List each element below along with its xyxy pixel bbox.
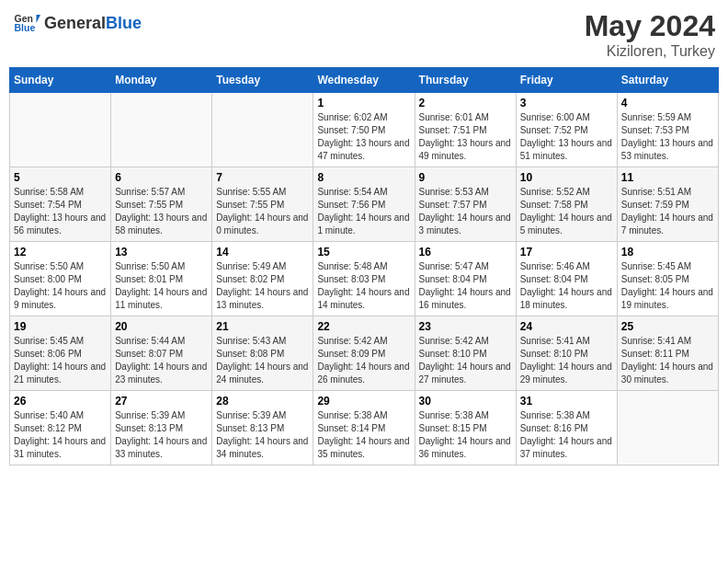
calendar-location: Kiziloren, Turkey <box>585 43 715 60</box>
day-number: 5 <box>14 171 107 184</box>
day-info: Sunrise: 5:47 AMSunset: 8:04 PMDaylight:… <box>419 260 512 312</box>
calendar-day-cell: 9Sunrise: 5:53 AMSunset: 7:57 PMDaylight… <box>415 167 516 242</box>
day-number: 31 <box>520 395 613 408</box>
day-info: Sunrise: 5:53 AMSunset: 7:57 PMDaylight:… <box>419 186 512 237</box>
calendar-day-cell <box>617 391 718 465</box>
day-info: Sunrise: 5:38 AMSunset: 8:16 PMDaylight:… <box>520 409 613 461</box>
calendar-day-cell: 16Sunrise: 5:47 AMSunset: 8:04 PMDayligh… <box>415 242 516 316</box>
calendar-day-cell <box>212 93 313 167</box>
day-number: 3 <box>520 97 613 109</box>
day-info: Sunrise: 5:41 AMSunset: 8:11 PMDaylight:… <box>621 335 714 386</box>
day-info: Sunrise: 5:50 AMSunset: 8:00 PMDaylight:… <box>14 260 107 312</box>
day-number: 8 <box>317 171 410 184</box>
day-info: Sunrise: 5:38 AMSunset: 8:15 PMDaylight:… <box>419 409 512 461</box>
weekday-header-wednesday: Wednesday <box>313 68 415 93</box>
page-header: Gen Blue GeneralBlue May 2024 Kiziloren,… <box>9 9 719 60</box>
day-info: Sunrise: 5:46 AMSunset: 8:04 PMDaylight:… <box>520 260 613 312</box>
day-info: Sunrise: 5:59 AMSunset: 7:53 PMDaylight:… <box>621 111 714 163</box>
weekday-header-thursday: Thursday <box>415 68 516 93</box>
calendar-day-cell: 12Sunrise: 5:50 AMSunset: 8:00 PMDayligh… <box>10 242 111 316</box>
calendar-day-cell: 28Sunrise: 5:39 AMSunset: 8:13 PMDayligh… <box>212 391 313 465</box>
day-number: 26 <box>14 395 107 408</box>
day-number: 21 <box>216 320 309 333</box>
calendar-day-cell <box>10 93 111 167</box>
day-number: 12 <box>14 246 107 259</box>
day-number: 25 <box>621 320 714 333</box>
calendar-day-cell: 23Sunrise: 5:42 AMSunset: 8:10 PMDayligh… <box>415 316 516 391</box>
logo-general: General <box>44 14 106 32</box>
day-info: Sunrise: 5:51 AMSunset: 7:59 PMDaylight:… <box>621 186 714 237</box>
calendar-day-cell: 17Sunrise: 5:46 AMSunset: 8:04 PMDayligh… <box>516 242 617 316</box>
calendar-day-cell: 6Sunrise: 5:57 AMSunset: 7:55 PMDaylight… <box>111 167 212 242</box>
logo-blue: Blue <box>106 14 142 32</box>
title-block: May 2024 Kiziloren, Turkey <box>585 9 715 60</box>
day-number: 24 <box>520 320 613 333</box>
day-info: Sunrise: 5:54 AMSunset: 7:56 PMDaylight:… <box>317 186 410 237</box>
calendar-day-cell: 19Sunrise: 5:45 AMSunset: 8:06 PMDayligh… <box>10 316 111 391</box>
calendar-day-cell: 21Sunrise: 5:43 AMSunset: 8:08 PMDayligh… <box>212 316 313 391</box>
day-number: 28 <box>216 395 309 408</box>
logo: Gen Blue GeneralBlue <box>13 9 142 37</box>
day-number: 17 <box>520 246 613 259</box>
day-number: 11 <box>621 171 714 184</box>
day-info: Sunrise: 5:55 AMSunset: 7:55 PMDaylight:… <box>216 186 309 237</box>
day-number: 30 <box>419 395 512 408</box>
day-number: 27 <box>115 395 208 408</box>
calendar-day-cell: 26Sunrise: 5:40 AMSunset: 8:12 PMDayligh… <box>10 391 111 465</box>
day-info: Sunrise: 5:41 AMSunset: 8:10 PMDaylight:… <box>520 335 613 386</box>
calendar-week-row: 1Sunrise: 6:02 AMSunset: 7:50 PMDaylight… <box>10 93 719 167</box>
day-info: Sunrise: 5:44 AMSunset: 8:07 PMDaylight:… <box>115 335 208 386</box>
day-info: Sunrise: 5:57 AMSunset: 7:55 PMDaylight:… <box>115 186 208 237</box>
day-number: 9 <box>419 171 512 184</box>
calendar-day-cell: 31Sunrise: 5:38 AMSunset: 8:16 PMDayligh… <box>516 391 617 465</box>
svg-text:Blue: Blue <box>15 22 36 33</box>
day-number: 6 <box>115 171 208 184</box>
calendar-day-cell: 10Sunrise: 5:52 AMSunset: 7:58 PMDayligh… <box>516 167 617 242</box>
day-info: Sunrise: 5:40 AMSunset: 8:12 PMDaylight:… <box>14 409 107 461</box>
calendar-day-cell: 22Sunrise: 5:42 AMSunset: 8:09 PMDayligh… <box>313 316 415 391</box>
day-info: Sunrise: 5:39 AMSunset: 8:13 PMDaylight:… <box>115 409 208 461</box>
calendar-day-cell: 11Sunrise: 5:51 AMSunset: 7:59 PMDayligh… <box>617 167 718 242</box>
day-number: 4 <box>621 97 714 109</box>
calendar-day-cell: 14Sunrise: 5:49 AMSunset: 8:02 PMDayligh… <box>212 242 313 316</box>
day-info: Sunrise: 5:42 AMSunset: 8:10 PMDaylight:… <box>419 335 512 386</box>
weekday-header-monday: Monday <box>111 68 212 93</box>
calendar-day-cell: 25Sunrise: 5:41 AMSunset: 8:11 PMDayligh… <box>617 316 718 391</box>
calendar-day-cell: 30Sunrise: 5:38 AMSunset: 8:15 PMDayligh… <box>415 391 516 465</box>
day-info: Sunrise: 6:01 AMSunset: 7:51 PMDaylight:… <box>419 111 512 163</box>
weekday-header-row: SundayMondayTuesdayWednesdayThursdayFrid… <box>10 68 719 93</box>
calendar-day-cell: 18Sunrise: 5:45 AMSunset: 8:05 PMDayligh… <box>617 242 718 316</box>
day-info: Sunrise: 5:42 AMSunset: 8:09 PMDaylight:… <box>317 335 410 386</box>
weekday-header-friday: Friday <box>516 68 617 93</box>
day-info: Sunrise: 5:58 AMSunset: 7:54 PMDaylight:… <box>14 186 107 237</box>
calendar-day-cell: 13Sunrise: 5:50 AMSunset: 8:01 PMDayligh… <box>111 242 212 316</box>
weekday-header-sunday: Sunday <box>10 68 111 93</box>
day-info: Sunrise: 5:52 AMSunset: 7:58 PMDaylight:… <box>520 186 613 237</box>
day-number: 18 <box>621 246 714 259</box>
calendar-day-cell: 24Sunrise: 5:41 AMSunset: 8:10 PMDayligh… <box>516 316 617 391</box>
day-number: 23 <box>419 320 512 333</box>
day-info: Sunrise: 6:00 AMSunset: 7:52 PMDaylight:… <box>520 111 613 163</box>
day-info: Sunrise: 6:02 AMSunset: 7:50 PMDaylight:… <box>317 111 410 163</box>
calendar-day-cell: 3Sunrise: 6:00 AMSunset: 7:52 PMDaylight… <box>516 93 617 167</box>
calendar-day-cell: 8Sunrise: 5:54 AMSunset: 7:56 PMDaylight… <box>313 167 415 242</box>
calendar-day-cell <box>111 93 212 167</box>
calendar-week-row: 12Sunrise: 5:50 AMSunset: 8:00 PMDayligh… <box>10 242 719 316</box>
calendar-week-row: 5Sunrise: 5:58 AMSunset: 7:54 PMDaylight… <box>10 167 719 242</box>
day-number: 7 <box>216 171 309 184</box>
day-info: Sunrise: 5:39 AMSunset: 8:13 PMDaylight:… <box>216 409 309 461</box>
calendar-title: May 2024 <box>585 9 715 43</box>
day-number: 20 <box>115 320 208 333</box>
day-info: Sunrise: 5:49 AMSunset: 8:02 PMDaylight:… <box>216 260 309 312</box>
day-number: 29 <box>317 395 410 408</box>
calendar-week-row: 26Sunrise: 5:40 AMSunset: 8:12 PMDayligh… <box>10 391 719 465</box>
svg-marker-2 <box>37 15 41 23</box>
calendar-day-cell: 1Sunrise: 6:02 AMSunset: 7:50 PMDaylight… <box>313 93 415 167</box>
day-number: 16 <box>419 246 512 259</box>
weekday-header-saturday: Saturday <box>617 68 718 93</box>
day-number: 2 <box>419 97 512 109</box>
weekday-header-tuesday: Tuesday <box>212 68 313 93</box>
day-number: 14 <box>216 246 309 259</box>
day-info: Sunrise: 5:38 AMSunset: 8:14 PMDaylight:… <box>317 409 410 461</box>
day-info: Sunrise: 5:45 AMSunset: 8:05 PMDaylight:… <box>621 260 714 312</box>
